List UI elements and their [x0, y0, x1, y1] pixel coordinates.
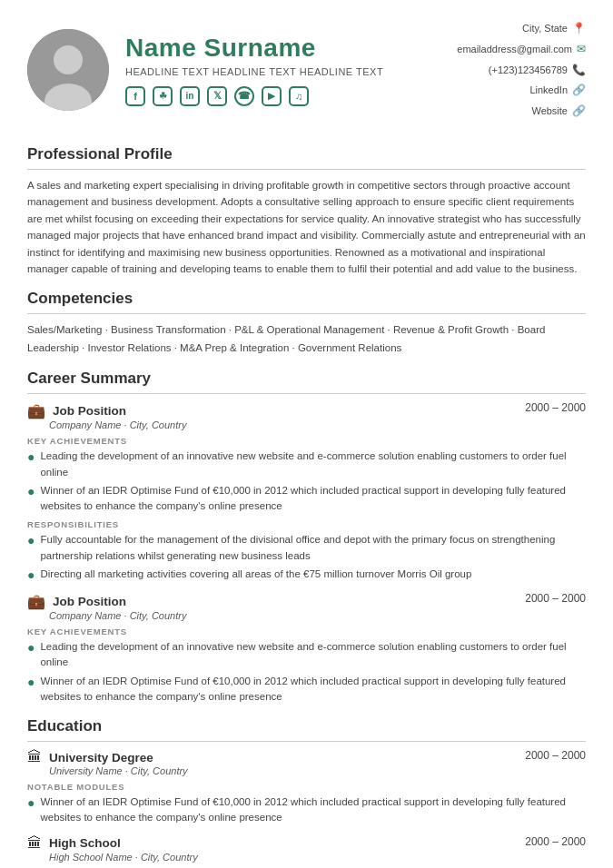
location-icon: 📍: [572, 18, 586, 39]
bullet-dot: ●: [27, 567, 35, 583]
job-header-2: 💼 Job Position 2000 – 2000: [27, 592, 586, 610]
resume-header: Name Surname HEADLINE TEXT HEADLINE TEXT…: [27, 18, 586, 131]
profile-divider: [27, 169, 586, 170]
competencies-text: Sales/Marketing · Business Transformatio…: [27, 321, 586, 357]
competencies-title: Competencies: [27, 290, 586, 308]
edu-institution-2: High School Name · City, Country: [49, 852, 586, 863]
edu-modules-list-1: ● Winner of an IEDR Optimise Fund of €10…: [27, 794, 586, 826]
edu-degree-2: High School: [49, 836, 121, 850]
edu-institution-1: University Name · City, Country: [49, 765, 586, 776]
competencies-section: Competencies Sales/Marketing · Business …: [27, 290, 586, 357]
location-text: City, State: [522, 19, 568, 38]
bullet-dot: ●: [27, 449, 35, 465]
bullet-text: Directing all marketing activities cover…: [40, 567, 471, 582]
phone-icon: 📞: [572, 60, 586, 81]
list-item: ● Leading the development of an innovati…: [27, 639, 586, 671]
bullet-dot: ●: [27, 674, 35, 690]
bullet-text: Leading the development of an innovative…: [40, 449, 586, 480]
job-title-2: Job Position: [53, 595, 126, 608]
instagram-icon[interactable]: ☘: [153, 86, 173, 106]
music-icon[interactable]: ♫: [289, 86, 309, 106]
linkedin-row[interactable]: LinkedIn 🔗: [457, 80, 586, 101]
job-1-responsibilities-list: ● Fully accountable for the management o…: [27, 532, 586, 583]
youtube-icon[interactable]: ▶: [262, 86, 282, 106]
linkedin-icon[interactable]: in: [180, 86, 200, 106]
email-text: emailaddress@gmail.com: [457, 40, 572, 59]
career-section: Career Summary 💼 Job Position 2000 – 200…: [27, 370, 586, 705]
education-section: Education 🏛 University Degree 2000 – 200…: [27, 717, 586, 863]
email-icon: ✉: [577, 39, 586, 60]
edu-left-1: 🏛 University Degree: [27, 749, 153, 765]
job-entry-1: 💼 Job Position 2000 – 2000 Company Name …: [27, 401, 586, 583]
linkedin-contact-icon: 🔗: [572, 80, 586, 101]
profile-text: A sales and marketing expert specialisin…: [27, 177, 586, 277]
job-date-2: 2000 – 2000: [525, 592, 586, 605]
list-item: ● Fully accountable for the management o…: [27, 532, 586, 564]
job-left-2: 💼 Job Position: [27, 592, 126, 610]
bullet-dot: ●: [27, 639, 35, 656]
briefcase-icon-2: 💼: [27, 593, 45, 610]
website-text: Website: [531, 102, 568, 121]
job-entry-2: 💼 Job Position 2000 – 2000 Company Name …: [27, 592, 586, 705]
bullet-text: Fully accountable for the management of …: [40, 532, 586, 564]
bullet-text: Winner of an IEDR Optimise Fund of €10,0…: [40, 794, 586, 826]
header-info: Name Surname HEADLINE TEXT HEADLINE TEXT…: [125, 34, 457, 106]
university-icon-2: 🏛: [27, 835, 42, 852]
job-company-1: Company Name · City, Country: [49, 419, 586, 430]
location-row: City, State 📍: [457, 18, 586, 39]
job-company-2: Company Name · City, Country: [49, 610, 586, 621]
bullet-dot: ●: [27, 532, 35, 548]
briefcase-icon-1: 💼: [27, 402, 45, 419]
website-icon: 🔗: [572, 101, 586, 122]
edu-header-2: 🏛 High School 2000 – 2000: [27, 835, 586, 852]
job-header-1: 💼 Job Position 2000 – 2000: [27, 401, 586, 419]
job-2-achievements-list: ● Leading the development of an innovati…: [27, 639, 586, 705]
job-date-1: 2000 – 2000: [525, 401, 586, 414]
list-item: ● Leading the development of an innovati…: [27, 449, 586, 480]
bullet-dot: ●: [27, 483, 35, 499]
bullet-text: Leading the development of an innovative…: [40, 639, 586, 671]
bullet-dot: ●: [27, 794, 35, 811]
email-row: emailaddress@gmail.com ✉: [457, 39, 586, 60]
career-divider: [27, 393, 586, 394]
career-title: Career Summary: [27, 370, 586, 388]
edu-left-2: 🏛 High School: [27, 835, 121, 852]
list-item: ● Winner of an IEDR Optimise Fund of €10…: [27, 794, 586, 826]
list-item: ● Winner of an IEDR Optimise Fund of €10…: [27, 483, 586, 515]
facebook-icon[interactable]: f: [125, 86, 145, 106]
linkedin-text: LinkedIn: [529, 81, 568, 100]
edu-date-2: 2000 – 2000: [525, 835, 586, 848]
education-divider: [27, 741, 586, 742]
bullet-text: Winner of an IEDR Optimise Fund of €10,0…: [40, 674, 586, 705]
twitter-icon[interactable]: 𝕏: [207, 86, 227, 106]
edu-degree-1: University Degree: [49, 751, 153, 764]
edu-entry-1: 🏛 University Degree 2000 – 2000 Universi…: [27, 749, 586, 826]
bullet-text: Winner of an IEDR Optimise Fund of €10,0…: [40, 483, 586, 515]
competencies-divider: [27, 313, 586, 314]
education-title: Education: [27, 717, 586, 735]
list-item: ● Directing all marketing activities cov…: [27, 567, 586, 583]
profile-title: Professional Profile: [27, 145, 586, 163]
phone-row: (+123)123456789 📞: [457, 60, 586, 81]
job-1-achievements-list: ● Leading the development of an innovati…: [27, 449, 586, 514]
job-1-achievements-heading: KEY ACHIEVEMENTS: [27, 436, 586, 446]
social-icons-row: f ☘ in 𝕏 ☎ ▶ ♫: [125, 86, 457, 106]
profile-section: Professional Profile A sales and marketi…: [27, 145, 586, 277]
job-2-achievements-heading: KEY ACHIEVEMENTS: [27, 626, 586, 636]
job-left-1: 💼 Job Position: [27, 401, 126, 419]
svg-point-1: [54, 45, 83, 74]
edu-entry-2: 🏛 High School 2000 – 2000 High School Na…: [27, 835, 586, 863]
phone-text: (+123)123456789: [489, 61, 568, 80]
candidate-headline: HEADLINE TEXT HEADLINE TEXT HEADLINE TEX…: [125, 66, 457, 77]
edu-modules-heading-1: NOTABLE MODULES: [27, 782, 586, 792]
website-row[interactable]: Website 🔗: [457, 101, 586, 122]
avatar: [27, 29, 109, 111]
whatsapp-icon[interactable]: ☎: [234, 86, 254, 106]
job-title-1: Job Position: [53, 404, 126, 418]
job-1-responsibilities-heading: RESPONSIBILITIES: [27, 519, 586, 529]
list-item: ● Winner of an IEDR Optimise Fund of €10…: [27, 674, 586, 705]
university-icon-1: 🏛: [27, 749, 42, 765]
edu-header-1: 🏛 University Degree 2000 – 2000: [27, 749, 586, 765]
candidate-name: Name Surname: [125, 34, 457, 63]
contact-info: City, State 📍 emailaddress@gmail.com ✉ (…: [457, 18, 586, 122]
